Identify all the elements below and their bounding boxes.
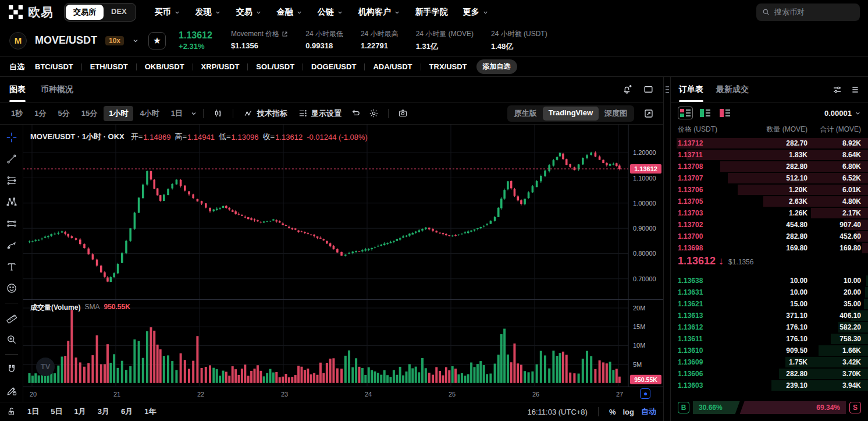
watchlist-pair-DOGE/USDT[interactable]: DOGE/USDT: [311, 62, 356, 71]
unlock-icon[interactable]: [7, 407, 16, 416]
watchlist-pair-OKB/USDT[interactable]: OKB/USDT: [145, 62, 184, 71]
range-1日[interactable]: 1日: [23, 405, 43, 419]
orderbook-row-ask[interactable]: 1.13700282.80452.60: [671, 231, 868, 242]
fib-retracement-tool[interactable]: [5, 174, 19, 187]
scale-%[interactable]: %: [609, 408, 616, 416]
measure-tool[interactable]: [5, 311, 19, 325]
watchlist-pair-SOL/USDT[interactable]: SOL/USDT: [256, 62, 294, 71]
orderbook-layout-bids-icon[interactable]: [698, 107, 713, 119]
view-mode-深度图[interactable]: 深度图: [599, 107, 633, 121]
orderbook-row-ask[interactable]: 1.13712282.708.92K: [671, 137, 868, 149]
orderbook-row-bid[interactable]: 1.13612176.10582.20: [671, 321, 868, 333]
nav-item-机构客户[interactable]: 机构客户: [358, 7, 400, 17]
orderbook-row-ask[interactable]: 1.13702454.80907.40: [671, 219, 868, 231]
orderbook-row-ask[interactable]: 1.137031.26K2.17K: [671, 207, 868, 219]
orderbook-row-ask[interactable]: 1.137111.83K8.64K: [671, 149, 868, 161]
favorite-star-button[interactable]: ★: [148, 32, 166, 49]
popout-window-icon[interactable]: [643, 84, 654, 95]
snapshot-button[interactable]: [394, 106, 411, 121]
orderbook-last-price[interactable]: 1.13612 ↓ $1.1356: [671, 255, 868, 274]
range-1月[interactable]: 1月: [70, 405, 90, 419]
orderbook-row-bid[interactable]: 1.13606282.803.70K: [671, 368, 868, 380]
timeframe-1秒[interactable]: 1秒: [6, 106, 28, 121]
tab-coin-overview[interactable]: 币种概况: [41, 77, 73, 102]
drawing-lock-tool[interactable]: [5, 384, 19, 398]
chart-canvas[interactable]: 1.200001.100001.000000.900000.800000.700…: [23, 125, 663, 402]
watchlist-tab[interactable]: 自选: [9, 62, 24, 72]
timeframe-dropdown-icon[interactable]: [190, 110, 197, 117]
range-6月[interactable]: 6月: [117, 405, 137, 419]
text-tool[interactable]: [5, 260, 19, 274]
scale-log[interactable]: log: [623, 408, 635, 416]
candle-style-button[interactable]: [209, 106, 227, 121]
orderbook-row-bid[interactable]: 1.136091.75K3.42K: [671, 356, 868, 368]
tab-chart[interactable]: 图表: [9, 77, 26, 102]
range-3月[interactable]: 3月: [94, 405, 113, 419]
okx-brand[interactable]: 欧易: [8, 4, 54, 20]
candlestick-chart[interactable]: 1.200001.100001.000000.900000.800000.700…: [23, 125, 663, 402]
panel-resize-handle[interactable]: [666, 86, 669, 93]
nav-item-买币[interactable]: 买币: [155, 7, 180, 17]
scroll-to-realtime-button[interactable]: [640, 388, 650, 399]
menu-icon[interactable]: [851, 85, 860, 94]
scale-自动[interactable]: 自动: [641, 406, 656, 417]
brush-tool[interactable]: [5, 238, 19, 252]
add-favorite-button[interactable]: 添加自选: [476, 59, 517, 74]
timeframe-15分[interactable]: 15分: [76, 106, 102, 121]
range-1年[interactable]: 1年: [140, 405, 160, 419]
chart-settings-button[interactable]: [365, 106, 382, 121]
magnet-tool[interactable]: [5, 362, 19, 376]
nav-item-新手学院[interactable]: 新手学院: [415, 7, 448, 17]
chart-clock[interactable]: 16:11:03 (UTC+8): [527, 408, 587, 416]
nav-item-金融[interactable]: 金融: [277, 7, 303, 17]
orderbook-row-bid[interactable]: 1.13610909.501.66K: [671, 345, 868, 356]
range-5日[interactable]: 5日: [47, 405, 66, 419]
orderbook-layout-asks-icon[interactable]: [717, 107, 732, 119]
precision-dropdown[interactable]: 0.00001: [824, 109, 861, 118]
nav-item-交易[interactable]: 交易: [236, 7, 262, 17]
orderbook-layout-both-icon[interactable]: [678, 107, 693, 119]
orderbook-row-bid[interactable]: 1.1363810.0010.00: [671, 275, 868, 286]
fullscreen-button[interactable]: [640, 106, 657, 121]
orderbook-row-ask[interactable]: 1.137052.63K4.80K: [671, 196, 868, 207]
orderbook-row-bid[interactable]: 1.13611176.10758.30: [671, 333, 868, 345]
toggle-dex[interactable]: DEX: [104, 5, 134, 20]
tune-icon[interactable]: [832, 84, 842, 95]
nav-item-更多[interactable]: 更多: [463, 7, 489, 17]
watchlist-pair-XRP/USDT[interactable]: XRP/USDT: [201, 62, 240, 71]
orderbook-row-ask[interactable]: 1.13698169.80169.80: [671, 242, 868, 254]
orderbook-row-bid[interactable]: 1.1362115.0035.00: [671, 298, 868, 310]
orderbook-row-bid[interactable]: 1.13603239.103.94K: [671, 380, 868, 391]
timeframe-5分[interactable]: 5分: [52, 106, 74, 121]
watchlist-pair-BTC/USDT[interactable]: BTC/USDT: [35, 62, 73, 71]
view-mode-TradingView[interactable]: TradingView: [543, 107, 599, 121]
nav-item-发现[interactable]: 发现: [195, 7, 221, 17]
orderbook-row-ask[interactable]: 1.13708282.806.80K: [671, 161, 868, 172]
orderbook-row-ask[interactable]: 1.137061.20K6.01K: [671, 184, 868, 196]
view-mode-原生版[interactable]: 原生版: [508, 107, 543, 121]
display-settings-button[interactable]: 显示设置: [293, 106, 346, 121]
orderbook-row-bid[interactable]: 1.13613371.10406.10: [671, 310, 868, 321]
watchlist-pair-ETH/USDT[interactable]: ETH/USDT: [90, 62, 128, 71]
tab-orderbook[interactable]: 订单表: [679, 77, 703, 102]
zoom-in-tool[interactable]: [5, 332, 19, 346]
crosshair-tool[interactable]: [5, 130, 19, 144]
pair-name[interactable]: MOVE/USDT: [35, 34, 97, 47]
indicators-button[interactable]: 技术指标: [239, 106, 292, 121]
xabcd-pattern-tool[interactable]: [5, 195, 19, 209]
tab-recent-trades[interactable]: 最新成交: [716, 77, 749, 102]
watchlist-pair-ADA/USDT[interactable]: ADA/USDT: [373, 62, 412, 71]
projection-tool[interactable]: [5, 217, 19, 231]
watchlist-pair-TRX/USDT[interactable]: TRX/USDT: [429, 62, 467, 71]
trendline-tool[interactable]: [5, 152, 19, 166]
orderbook-row-ask[interactable]: 1.13707512.106.52K: [671, 172, 868, 184]
alert-bell-icon[interactable]: [621, 84, 632, 95]
timeframe-1分[interactable]: 1分: [29, 106, 51, 121]
emoji-tool[interactable]: [5, 281, 19, 295]
orderbook-row-bid[interactable]: 1.1363110.0020.00: [671, 286, 868, 298]
chevron-down-icon[interactable]: [132, 37, 139, 44]
timeframe-4小时[interactable]: 4小时: [134, 106, 164, 121]
timeframe-1小时[interactable]: 1小时: [104, 106, 133, 121]
search-input[interactable]: 搜索币对: [756, 3, 860, 21]
toggle-exchange[interactable]: 交易所: [66, 5, 104, 20]
